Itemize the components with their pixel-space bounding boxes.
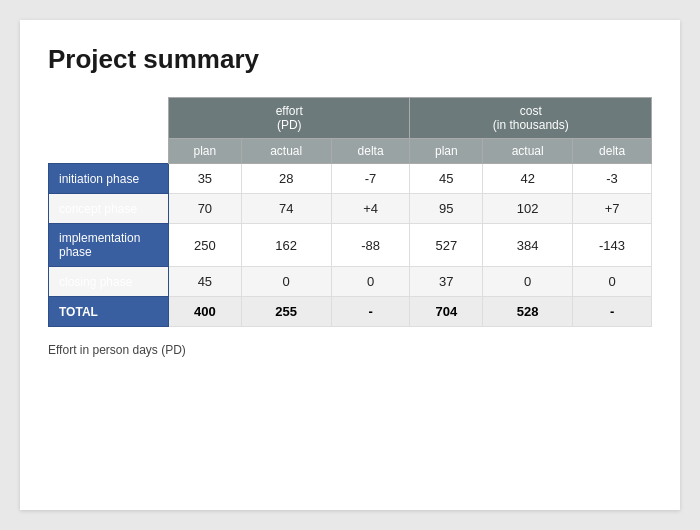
data-cell: -143 xyxy=(573,224,652,267)
total-data-cell: 255 xyxy=(241,297,331,327)
total-data-cell: - xyxy=(573,297,652,327)
table-row: initiation phase3528-74542-3 xyxy=(49,164,652,194)
data-cell: 250 xyxy=(169,224,242,267)
total-row: TOTAL400255-704528- xyxy=(49,297,652,327)
effort-delta-header: delta xyxy=(331,139,410,164)
cost-plan-header: plan xyxy=(410,139,483,164)
group-header-row: effort(PD) cost(in thousands) xyxy=(49,98,652,139)
data-cell: 42 xyxy=(483,164,573,194)
summary-table: effort(PD) cost(in thousands) plan actua… xyxy=(48,97,652,327)
table-row: implementation phase250162-88527384-143 xyxy=(49,224,652,267)
data-cell: 0 xyxy=(573,267,652,297)
data-cell: 527 xyxy=(410,224,483,267)
data-cell: 35 xyxy=(169,164,242,194)
data-cell: 45 xyxy=(169,267,242,297)
table-body: initiation phase3528-74542-3concept phas… xyxy=(49,164,652,327)
footnote: Effort in person days (PD) xyxy=(48,343,652,357)
data-cell: 74 xyxy=(241,194,331,224)
data-cell: 28 xyxy=(241,164,331,194)
data-cell: 95 xyxy=(410,194,483,224)
data-cell: 0 xyxy=(331,267,410,297)
data-cell: -3 xyxy=(573,164,652,194)
total-data-cell: - xyxy=(331,297,410,327)
table-row: closing phase45003700 xyxy=(49,267,652,297)
row-label-cell: initiation phase xyxy=(49,164,169,194)
sub-header-row: plan actual delta plan actual delta xyxy=(49,139,652,164)
empty-subheader xyxy=(49,139,169,164)
row-label-cell: concept phase xyxy=(49,194,169,224)
data-cell: 162 xyxy=(241,224,331,267)
data-cell: 102 xyxy=(483,194,573,224)
cost-group-header: cost(in thousands) xyxy=(410,98,652,139)
data-cell: 0 xyxy=(483,267,573,297)
effort-group-header: effort(PD) xyxy=(169,98,410,139)
empty-header xyxy=(49,98,169,139)
data-cell: 0 xyxy=(241,267,331,297)
total-data-cell: 704 xyxy=(410,297,483,327)
data-cell: +7 xyxy=(573,194,652,224)
row-label-cell: closing phase xyxy=(49,267,169,297)
data-cell: 384 xyxy=(483,224,573,267)
table-row: concept phase7074+495102+7 xyxy=(49,194,652,224)
data-cell: +4 xyxy=(331,194,410,224)
total-data-cell: 528 xyxy=(483,297,573,327)
page-title: Project summary xyxy=(48,44,652,75)
total-data-cell: 400 xyxy=(169,297,242,327)
data-cell: 45 xyxy=(410,164,483,194)
project-summary-card: Project summary effort(PD) cost(in thous… xyxy=(20,20,680,510)
row-label-cell: implementation phase xyxy=(49,224,169,267)
data-cell: 70 xyxy=(169,194,242,224)
cost-actual-header: actual xyxy=(483,139,573,164)
data-cell: -7 xyxy=(331,164,410,194)
data-cell: -88 xyxy=(331,224,410,267)
effort-plan-header: plan xyxy=(169,139,242,164)
cost-delta-header: delta xyxy=(573,139,652,164)
effort-actual-header: actual xyxy=(241,139,331,164)
total-label-cell: TOTAL xyxy=(49,297,169,327)
data-cell: 37 xyxy=(410,267,483,297)
